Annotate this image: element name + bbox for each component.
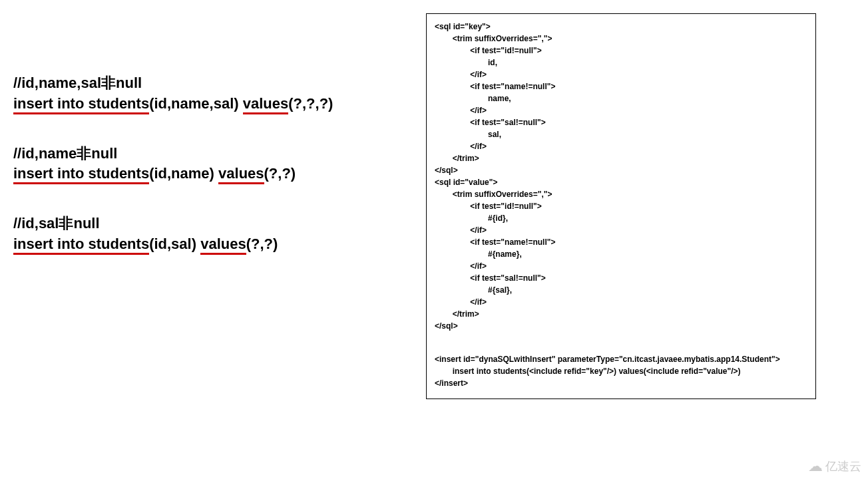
code-line: </if> [435, 104, 807, 116]
comment-1: //id,name,sal非null [13, 73, 333, 94]
sql-1: insert into students(id,name,sal) values… [13, 94, 333, 114]
xml-code-box: <sql id="key"> <trim suffixOverrides=","… [426, 13, 816, 399]
code-line: #{sal}, [435, 284, 807, 296]
code-line: <sql id="value"> [435, 176, 807, 188]
code-line: </trim> [435, 152, 807, 164]
code-line: <if test="id!=null"> [435, 45, 807, 57]
comment-2: //id,name非null [13, 144, 333, 164]
code-line: <if test="id!=null"> [435, 200, 807, 212]
code-line: </trim> [435, 308, 807, 320]
code-gap [435, 332, 807, 343]
code-line: sal, [435, 128, 807, 140]
example-1: //id,name,sal非null insert into students(… [13, 73, 333, 114]
code-line: </if> [435, 224, 807, 236]
comment-3: //id,sal非null [13, 214, 333, 234]
code-line: <trim suffixOverrides=","> [435, 33, 807, 45]
code-line: <if test="name!=null"> [435, 80, 807, 92]
code-line: <insert id="dynaSQLwithInsert" parameter… [435, 353, 807, 365]
code-line: <trim suffixOverrides=","> [435, 188, 807, 200]
code-line: </if> [435, 296, 807, 308]
code-line: </sql> [435, 164, 807, 176]
code-line: #{name}, [435, 248, 807, 260]
code-line: </sql> [435, 320, 807, 332]
code-line: name, [435, 92, 807, 104]
sql-3: insert into students(id,sal) values(?,?) [13, 234, 333, 255]
code-line: <if test="sal!=null"> [435, 272, 807, 284]
example-2: //id,name非null insert into students(id,n… [13, 144, 333, 185]
code-line: <if test="sal!=null"> [435, 116, 807, 128]
code-gap [435, 343, 807, 353]
cloud-icon: ☁ [808, 458, 823, 475]
code-line: <sql id="key"> [435, 21, 807, 33]
code-line: <if test="name!=null"> [435, 236, 807, 248]
code-line: id, [435, 57, 807, 69]
sql-2: insert into students(id,name) values(?,?… [13, 164, 333, 184]
code-line: insert into students(<include refid="key… [435, 365, 807, 377]
left-sql-examples: //id,name,sal非null insert into students(… [13, 73, 333, 284]
code-line: </insert> [435, 377, 807, 389]
code-line: #{id}, [435, 212, 807, 224]
code-line: </if> [435, 69, 807, 80]
watermark: ☁ 亿速云 [808, 458, 861, 475]
watermark-text: 亿速云 [825, 458, 861, 474]
code-line: </if> [435, 140, 807, 152]
example-3: //id,sal非null insert into students(id,sa… [13, 214, 333, 255]
code-line: </if> [435, 260, 807, 272]
